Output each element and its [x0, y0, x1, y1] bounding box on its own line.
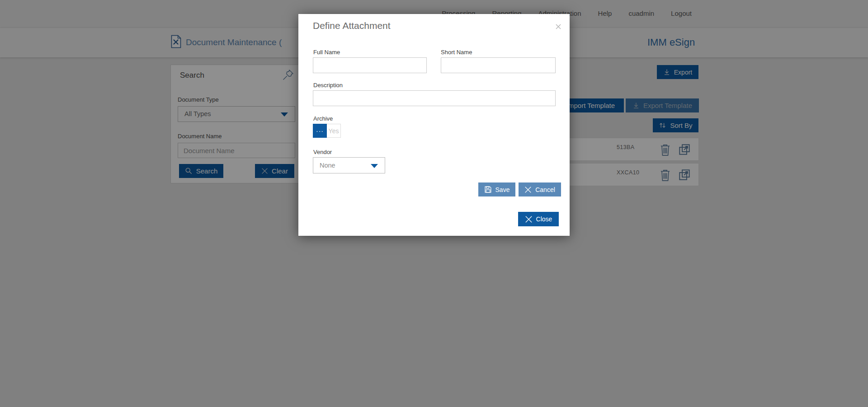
- archive-label: Archive: [313, 115, 333, 122]
- full-name-label: Full Name: [313, 49, 340, 56]
- define-attachment-modal: Define Attachment Full Name Short Name D…: [298, 14, 570, 236]
- vendor-select[interactable]: None: [313, 157, 385, 173]
- modal-close-button[interactable]: Close: [518, 212, 559, 226]
- archive-toggle[interactable]: ··· Yes: [313, 124, 341, 138]
- short-name-label: Short Name: [441, 49, 472, 56]
- chevron-down-icon: [371, 164, 378, 168]
- close-icon[interactable]: [555, 23, 561, 30]
- cancel-button-label: Cancel: [535, 186, 555, 193]
- vendor-value: None: [320, 158, 335, 173]
- modal-title: Define Attachment: [313, 20, 391, 31]
- full-name-input[interactable]: [313, 57, 427, 73]
- archive-toggle-knob: ···: [313, 124, 327, 138]
- vendor-label: Vendor: [313, 149, 332, 155]
- archive-toggle-value: Yes: [327, 124, 341, 138]
- app-root: Processing Reporting Administration Help…: [0, 0, 868, 407]
- cancel-button[interactable]: Cancel: [519, 182, 561, 196]
- description-label: Description: [313, 82, 343, 89]
- description-input[interactable]: [313, 90, 556, 106]
- save-button-label: Save: [495, 186, 510, 193]
- x-icon: [525, 215, 533, 223]
- x-icon: [524, 186, 532, 193]
- modal-close-label: Close: [536, 215, 552, 223]
- save-button[interactable]: Save: [478, 182, 515, 196]
- save-floppy-icon: [484, 186, 492, 193]
- short-name-input[interactable]: [441, 57, 556, 73]
